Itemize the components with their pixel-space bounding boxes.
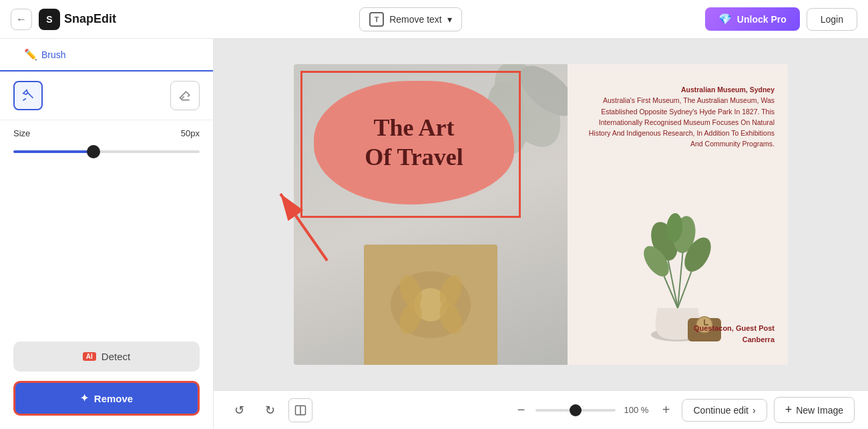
- login-button[interactable]: Login: [807, 8, 857, 31]
- header-right: 💎 Unlock Pro Login: [705, 7, 857, 31]
- sidebar-tabs: ✏️ Brush: [0, 39, 213, 72]
- zoom-thumb[interactable]: [570, 404, 582, 416]
- zoom-controls: − 100 % +: [511, 401, 675, 420]
- flower-svg: [364, 245, 497, 365]
- dropdown-chevron-icon: ▾: [447, 14, 452, 25]
- remove-label: Remove: [94, 393, 133, 404]
- museum-text-block: Australian Museum, Sydney Australia's Fi…: [581, 84, 775, 150]
- unlock-pro-button[interactable]: 💎 Unlock Pro: [705, 7, 800, 31]
- floral-photo: [364, 245, 497, 365]
- zoom-minus-icon: −: [517, 402, 525, 418]
- redo-icon: ↻: [265, 403, 275, 418]
- split-view-button[interactable]: [288, 398, 312, 422]
- logo-icon: S: [39, 9, 60, 30]
- ai-badge: AI: [83, 352, 96, 361]
- redo-button[interactable]: ↻: [258, 398, 282, 422]
- tab-brush[interactable]: ✏️ Brush: [13, 39, 77, 72]
- sidebar-tools: [0, 72, 213, 120]
- header-left: ← S SnapEdit: [11, 9, 116, 30]
- canberra-text: Questacon, Guest Post Canberra: [694, 323, 775, 345]
- size-value: 50px: [181, 128, 200, 138]
- sidebar-size-section: Size 50px: [0, 120, 213, 166]
- brush-size-slider[interactable]: [13, 145, 200, 158]
- size-label: Size: [13, 128, 30, 138]
- museum-title: Australian Museum, Sydney: [681, 86, 775, 94]
- size-row: Size 50px: [13, 128, 200, 138]
- canvas-content: The Art Of Travel: [214, 39, 868, 390]
- selection-box: [300, 71, 521, 218]
- canvas-area: The Art Of Travel: [214, 39, 868, 429]
- split-view-icon: [294, 404, 306, 416]
- back-button[interactable]: ←: [11, 9, 32, 30]
- eraser-icon: [178, 89, 192, 102]
- bottom-toolbar: ↺ ↻ − 100 %: [214, 390, 868, 429]
- brush-icon: ✏️: [24, 48, 37, 61]
- remove-text-button[interactable]: T Remove text ▾: [359, 7, 462, 31]
- new-image-label: New Image: [796, 405, 843, 416]
- brush-tool-button[interactable]: [13, 81, 43, 110]
- zoom-minus-button[interactable]: −: [511, 401, 530, 420]
- header: ← S SnapEdit T Remove text ▾ 💎 Unlock Pr…: [0, 0, 868, 39]
- continue-edit-button[interactable]: Continue edit ›: [682, 399, 767, 422]
- t-icon: T: [369, 12, 384, 27]
- brush-tool-icon: [21, 89, 35, 102]
- continue-edit-chevron: ›: [752, 405, 756, 416]
- zoom-plus-button[interactable]: +: [656, 401, 675, 420]
- sidebar-spacer: [0, 166, 213, 341]
- tab-brush-label: Brush: [41, 49, 66, 60]
- detect-label: Detect: [101, 351, 130, 362]
- eraser-tool-button[interactable]: [170, 81, 200, 110]
- sparkle-icon: ✦: [80, 392, 89, 404]
- remove-button[interactable]: ✦ Remove: [13, 381, 200, 416]
- left-background: The Art Of Travel: [294, 64, 568, 365]
- unlock-pro-label: Unlock Pro: [737, 14, 787, 25]
- new-image-button[interactable]: + New Image: [774, 397, 855, 423]
- logo-abbr: S: [46, 14, 52, 25]
- left-panel: The Art Of Travel: [294, 64, 568, 365]
- logo: S SnapEdit: [39, 9, 116, 30]
- plus-icon: +: [785, 403, 793, 417]
- continue-edit-label: Continue edit: [693, 405, 748, 416]
- image-composite: The Art Of Travel: [294, 64, 788, 365]
- slider-thumb[interactable]: [87, 145, 100, 158]
- zoom-value: 100 %: [621, 405, 651, 415]
- undo-button[interactable]: ↺: [227, 398, 251, 422]
- header-center: T Remove text ▾: [124, 7, 697, 31]
- toolbar-right: Continue edit › + New Image: [682, 397, 855, 423]
- remove-text-label: Remove text: [389, 14, 442, 25]
- zoom-plus-icon: +: [662, 402, 670, 418]
- detect-button[interactable]: AI Detect: [13, 341, 200, 372]
- main: ✏️ Brush Size: [0, 39, 868, 429]
- slider-track: [13, 150, 200, 153]
- sidebar: ✏️ Brush Size: [0, 39, 214, 429]
- undo-icon: ↺: [234, 403, 244, 418]
- plant-vase-area: [581, 150, 775, 351]
- logo-text: SnapEdit: [64, 12, 116, 26]
- diamond-icon: 💎: [718, 13, 732, 25]
- museum-desc: Australia's First Museum, The Australian…: [589, 96, 775, 148]
- right-panel: Australian Museum, Sydney Australia's Fi…: [568, 64, 788, 365]
- zoom-slider[interactable]: [535, 404, 616, 417]
